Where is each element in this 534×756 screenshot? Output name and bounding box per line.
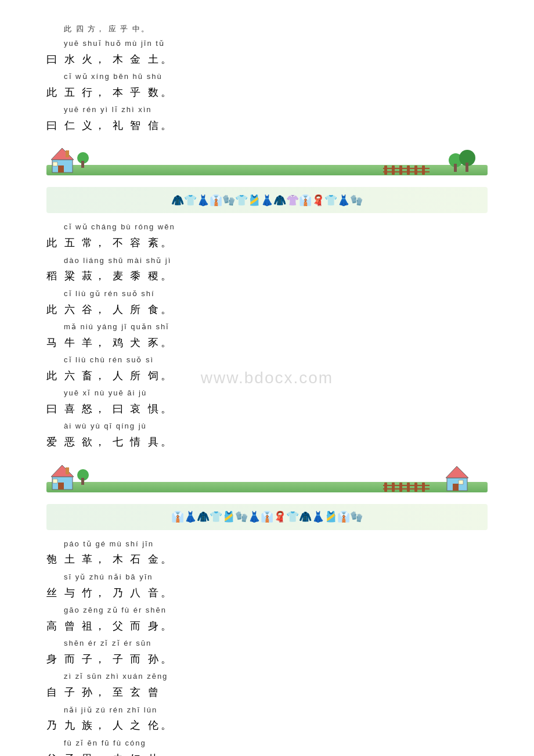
chinese-line: 身 而 子， 子 而 孙。 — [46, 650, 488, 668]
chinese-line: 丝 与 竹， 乃 八 音。 — [46, 584, 488, 602]
pinyin-line: sī yǔ zhú nǎi bā yīn — [64, 571, 488, 584]
chinese-line: 高 曾 祖， 父 而 身。 — [46, 617, 488, 635]
house-icon-2 — [49, 460, 90, 492]
svg-rect-3 — [53, 162, 57, 166]
svg-rect-30 — [399, 483, 402, 492]
scene-divider-1 — [46, 141, 488, 181]
svg-rect-18 — [466, 163, 468, 172]
clothes-items-2: 👔👗🧥👕🎽🧤👗👔🧣👕🧥👗🎽👔🧤 — [171, 512, 363, 522]
fence-icon — [383, 164, 430, 175]
chinese-line: 此 五 常， 不 容 紊。 — [46, 233, 488, 252]
chinese-line: 父 子 恩， 夫 妇 从。 — [46, 750, 488, 756]
svg-rect-10 — [392, 165, 395, 175]
pinyin-line: páo tǔ gé mù shí jīn — [64, 538, 488, 550]
clothes-items: 🧥👕👗👔🧤👕🎽👗🧥👚👔🧣👕👗🧤 — [171, 195, 363, 206]
svg-rect-36 — [453, 484, 459, 491]
svg-rect-2 — [58, 165, 64, 172]
chinese-line: 曰 水 火， 木 金 土。 — [46, 50, 488, 69]
svg-rect-22 — [53, 479, 57, 483]
svg-rect-23 — [66, 467, 69, 474]
pinyin-line: yuē xǐ nù yuē āi jù — [64, 387, 488, 399]
pinyin-line: gāo zēng zǔ fù ér shēn — [64, 604, 488, 617]
svg-rect-33 — [422, 483, 425, 492]
chinese-line: 爱 恶 欲， 七 情 具。 — [46, 433, 488, 451]
svg-rect-28 — [384, 483, 387, 492]
section1-text: 此 四 方， 应 乎 中。 yuē shuǐ huǒ mù jīn tǔ 曰 水… — [46, 23, 488, 135]
pinyin-line: shēn ér zǐ zǐ ér sūn — [64, 638, 488, 650]
svg-rect-25 — [81, 478, 84, 485]
scene-divider-2 — [46, 458, 488, 498]
svg-rect-12 — [407, 165, 410, 175]
pinyin-line: zì zǐ sūn zhì xuán zēng — [64, 671, 488, 683]
svg-rect-13 — [414, 165, 417, 175]
chinese-line: 稻 粱 菽， 麦 黍 稷。 — [46, 267, 488, 285]
svg-rect-6 — [81, 161, 84, 168]
page: www.bdocx.com 此 四 方， 应 乎 中。 yuē shuǐ huǒ… — [0, 0, 534, 756]
svg-rect-16 — [454, 164, 457, 172]
pinyin-line: nǎi jiǔ zú rén zhī lún — [64, 704, 488, 717]
pinyin-line: cǐ wǔ xíng běn hū shù — [64, 71, 488, 83]
chinese-line: 此 六 谷， 人 所 食。 — [46, 300, 488, 319]
chinese-line: 曰 喜 怒， 曰 哀 惧。 — [46, 399, 488, 418]
svg-rect-9 — [384, 165, 387, 175]
chinese-line: 匏 土 革， 木 石 金。 — [46, 550, 488, 568]
chinese-line: 乃 九 族， 人 之 伦。 — [46, 716, 488, 735]
pinyin-line: mǎ niú yáng jī quǎn shǐ — [64, 321, 488, 333]
house-icon — [49, 143, 90, 175]
svg-rect-21 — [58, 483, 64, 489]
house-icon-2b — [444, 462, 485, 494]
chinese-line: 此 六 畜， 人 所 饲。 — [46, 366, 488, 385]
svg-rect-14 — [422, 165, 425, 175]
section3-text: páo tǔ gé mù shí jīn 匏 土 革， 木 石 金。 sī yǔ… — [46, 538, 488, 756]
pinyin-line: yuē rén yì lǐ zhì xìn — [64, 104, 488, 116]
chinese-line: 自 子 孙， 至 玄 曾 — [46, 683, 488, 701]
svg-rect-4 — [66, 150, 69, 157]
clothes-line-2: 👔👗🧥👕🎽🧤👗👔🧣👕🧥👗🎽👔🧤 — [46, 504, 488, 530]
pinyin-line: cǐ liù gǔ rén suǒ shí — [64, 288, 488, 300]
pinyin-line: fù zǐ ēn fū fù cóng — [64, 737, 488, 750]
svg-rect-37 — [459, 480, 463, 484]
pinyin-line: yuē shuǐ huǒ mù jīn tǔ — [64, 38, 488, 50]
pinyin-line: 此 四 方， 应 乎 中。 — [64, 23, 488, 35]
pinyin-line: dào liáng shū mài shǔ jì — [64, 255, 488, 267]
clothes-line-1: 🧥👕👗👔🧤👕🎽👗🧥👚👔🧣👕👗🧤 — [46, 187, 488, 213]
chinese-line: 马 牛 羊， 鸡 犬 豕。 — [46, 333, 488, 352]
trees-icon — [447, 147, 476, 177]
pinyin-line: cǐ wǔ cháng bù róng wěn — [64, 221, 488, 233]
svg-marker-1 — [51, 148, 74, 160]
svg-rect-11 — [399, 165, 402, 175]
pinyin-line: ài wù yù qī qíng jù — [64, 420, 488, 433]
svg-marker-35 — [446, 466, 468, 478]
svg-rect-29 — [392, 483, 395, 492]
chinese-line: 此 五 行， 本 乎 数。 — [46, 83, 488, 102]
chinese-line: 曰 仁 义， 礼 智 信。 — [46, 116, 488, 135]
fence-icon-2 — [383, 481, 430, 492]
pinyin-line: cǐ liù chù rén suǒ sì — [64, 354, 488, 366]
svg-rect-31 — [407, 483, 410, 492]
svg-rect-32 — [414, 483, 417, 492]
section2-text: cǐ wǔ cháng bù róng wěn 此 五 常， 不 容 紊。 dà… — [46, 221, 488, 451]
svg-marker-20 — [51, 465, 74, 477]
